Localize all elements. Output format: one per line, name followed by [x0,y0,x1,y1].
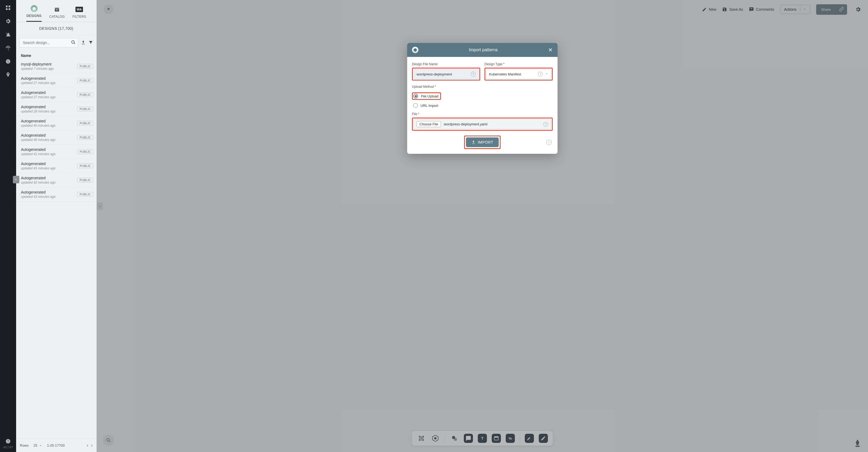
dashboard-icon[interactable] [5,5,11,11]
visibility-badge: PUBLIC [77,178,93,183]
modal-title: Import patterns [418,47,548,52]
filter-icon[interactable] [88,40,93,45]
settings-icon[interactable] [5,18,11,24]
help-icon[interactable]: ? [543,122,548,127]
design-list: mysql-deployment updated 7 minutes ago P… [16,59,96,439]
extensions-icon[interactable] [5,32,11,38]
file-input[interactable]: Choose File wordpress-deployment.yaml ? [413,119,551,129]
tab-catalog[interactable]: CATALOG [49,6,65,22]
help-icon[interactable]: ? [538,72,543,76]
modal-overlay: Import patterns ✕ Design File Name wordp… [97,0,868,452]
pin-icon[interactable] [5,72,11,78]
design-row[interactable]: Autogenerated updated 41 minutes ago PUB… [16,159,96,173]
visibility-badge: PUBLIC [77,78,93,83]
visibility-badge: PUBLIC [77,64,93,69]
design-type-label: Design Type * [485,62,553,66]
left-rail: ? v0.7.67 [0,0,16,452]
rows-label: Rows [20,443,29,447]
visibility-badge: PUBLIC [77,192,93,197]
design-row[interactable]: Autogenerated updated 40 minutes ago PUB… [16,130,96,145]
next-page[interactable]: › [91,443,93,448]
radio-file-upload[interactable]: File Upload [413,94,439,98]
design-row[interactable]: Autogenerated updated 28 minutes ago PUB… [16,102,96,116]
svg-point-6 [8,60,9,61]
design-type-select[interactable]: Kubernetes Manifest ? [486,69,551,79]
choose-file-button[interactable]: Choose File [416,121,441,127]
file-name-label: Design File Name [412,62,480,66]
design-row[interactable]: Autogenerated updated 40 minutes ago PUB… [16,116,96,130]
search-icon[interactable] [71,40,76,46]
file-label: File * [412,112,553,116]
svg-rect-1 [9,6,10,7]
visibility-badge: PUBLIC [77,92,93,97]
version-label: v0.7.67 [3,446,13,449]
svg-rect-3 [9,8,10,10]
visibility-badge: PUBLIC [77,149,93,154]
cookie-icon[interactable] [5,59,11,64]
canvas-area: New Save As Comments Actions Share ‹ T % [97,0,868,452]
modal-logo-icon [412,47,418,53]
radio-url-import[interactable]: URL Import [412,103,553,108]
prev-page[interactable]: ‹ [87,443,88,448]
visibility-badge: PUBLIC [77,121,93,126]
svg-point-7 [8,62,9,63]
svg-rect-2 [6,8,7,10]
svg-text:?: ? [7,440,9,443]
design-row[interactable]: mysql-deployment updated 7 minutes ago P… [16,59,96,73]
caret-down-icon [545,72,548,76]
svg-point-4 [6,59,10,64]
visibility-badge: PUBLIC [77,106,93,111]
umbrella-icon[interactable] [5,45,11,51]
modal-close-button[interactable]: ✕ [548,47,553,53]
svg-rect-10 [56,10,58,10]
info-icon[interactable]: i [546,139,552,145]
wa-icon: WA [75,6,83,13]
list-header-name: Name [16,49,96,59]
rows-range: 1-25 17700 [47,443,65,447]
help-icon[interactable]: ? [5,439,11,444]
rows-select[interactable]: 25 [34,443,42,447]
tab-filters[interactable]: WA FILTERS [72,6,86,22]
catalog-icon [53,6,61,13]
upload-icon[interactable] [81,40,86,45]
selected-file-name: wordpress-deployment.yaml [444,122,488,126]
visibility-badge: PUBLIC [77,135,93,140]
design-row[interactable]: Autogenerated updated 27 minutes ago PUB… [16,73,96,88]
design-row[interactable]: Autogenerated updated 27 minutes ago PUB… [16,88,96,102]
design-row[interactable]: Autogenerated updated 42 minutes ago PUB… [16,173,96,187]
swirl-icon [31,5,38,12]
design-row[interactable]: Autogenerated updated 43 minutes ago PUB… [16,187,96,201]
tab-filters-label: FILTERS [72,15,86,19]
svg-rect-0 [6,6,7,7]
tab-designs[interactable]: DESIGNS [26,5,41,22]
design-row[interactable]: Autogenerated updated 41 minutes ago PUB… [16,145,96,159]
file-name-input[interactable]: wordpress-deployment ? [413,69,478,79]
search-input[interactable] [19,38,78,47]
svg-point-11 [72,40,74,43]
import-modal: Import patterns ✕ Design File Name wordp… [407,43,558,154]
visibility-badge: PUBLIC [77,163,93,168]
upload-method-label: Upload Method * [412,85,553,89]
sidebar: DESIGNS CATALOG WA FILTERS DESIGNS (17,7… [16,0,97,452]
import-button[interactable]: IMPORT [466,137,499,147]
designs-count-header: DESIGNS (17,700) [16,22,96,35]
tab-catalog-label: CATALOG [49,15,65,19]
help-icon[interactable]: ? [471,72,476,76]
svg-point-5 [7,61,7,61]
tab-designs-label: DESIGNS [26,14,41,18]
